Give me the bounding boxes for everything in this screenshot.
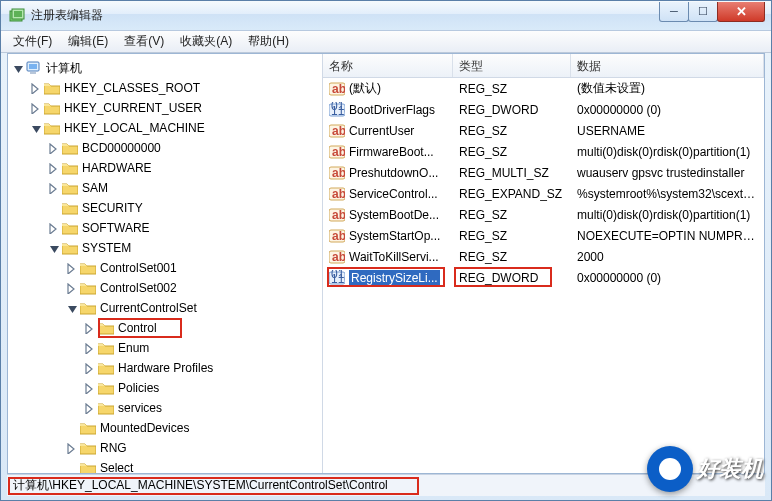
list-row[interactable]: ServiceControl...REG_EXPAND_SZ%systemroo… xyxy=(323,183,764,204)
expand-icon[interactable] xyxy=(84,322,96,334)
collapse-icon[interactable] xyxy=(66,302,78,314)
tree-label: Control xyxy=(118,318,157,338)
list-body: (默认)REG_SZ(数值未设置)BootDriverFlagsREG_DWOR… xyxy=(323,78,764,288)
tree-security[interactable]: SECURITY xyxy=(48,198,322,218)
value-data: multi(0)disk(0)rdisk(0)partition(1) xyxy=(571,208,764,222)
list-row[interactable]: SystemBootDe...REG_SZmulti(0)disk(0)rdis… xyxy=(323,204,764,225)
tree-cs002[interactable]: ControlSet002 xyxy=(66,278,322,298)
column-name[interactable]: 名称 xyxy=(323,54,453,77)
expand-icon[interactable] xyxy=(66,442,78,454)
value-type: REG_SZ xyxy=(453,124,571,138)
value-data: (数值未设置) xyxy=(571,80,764,97)
folder-icon xyxy=(80,281,96,295)
menu-edit[interactable]: 编辑(E) xyxy=(60,31,116,52)
binary-value-icon xyxy=(329,102,345,118)
tree-label: Hardware Profiles xyxy=(118,358,213,378)
maximize-button[interactable]: ☐ xyxy=(688,2,718,22)
tree-enum[interactable]: Enum xyxy=(84,338,322,358)
tree-policies[interactable]: Policies xyxy=(84,378,322,398)
menu-favorites[interactable]: 收藏夹(A) xyxy=(172,31,240,52)
menu-view[interactable]: 查看(V) xyxy=(116,31,172,52)
expand-icon[interactable] xyxy=(84,342,96,354)
folder-icon xyxy=(98,381,114,395)
expand-icon[interactable] xyxy=(66,282,78,294)
value-data: NOEXECUTE=OPTIN NUMPROC xyxy=(571,229,764,243)
tree-label: services xyxy=(118,398,162,418)
tree-bcd[interactable]: BCD00000000 xyxy=(48,138,322,158)
tree-label: BCD00000000 xyxy=(82,138,161,158)
tree-label: SAM xyxy=(82,178,108,198)
list-row[interactable]: WaitToKillServi...REG_SZ2000 xyxy=(323,246,764,267)
list-row[interactable]: CurrentUserREG_SZUSERNAME xyxy=(323,120,764,141)
expand-icon[interactable] xyxy=(30,102,42,114)
collapse-icon[interactable] xyxy=(48,242,60,254)
value-data: 0x00000000 (0) xyxy=(571,103,764,117)
menubar: 文件(F) 编辑(E) 查看(V) 收藏夹(A) 帮助(H) xyxy=(1,31,771,53)
value-name: WaitToKillServi... xyxy=(349,250,439,264)
value-type: REG_SZ xyxy=(453,250,571,264)
tree-label: RNG xyxy=(100,438,127,458)
tree-control[interactable]: Control xyxy=(84,318,322,338)
expand-icon[interactable] xyxy=(66,262,78,274)
value-name: (默认) xyxy=(349,80,381,97)
tree-root[interactable]: 计算机 HKEY_CLASSES_ROOT HKEY_CURRENT_USER … xyxy=(12,58,322,473)
tree-software[interactable]: SOFTWARE xyxy=(48,218,322,238)
tree-label: ControlSet002 xyxy=(100,278,177,298)
list-row[interactable]: SystemStartOp...REG_SZ NOEXECUTE=OPTIN N… xyxy=(323,225,764,246)
menu-help[interactable]: 帮助(H) xyxy=(240,31,297,52)
list-row[interactable]: FirmwareBoot...REG_SZmulti(0)disk(0)rdis… xyxy=(323,141,764,162)
list-row[interactable]: RegistrySizeLi...REG_DWORD0x00000000 (0) xyxy=(323,267,764,288)
tree-label: 计算机 xyxy=(46,58,82,78)
tree-cs001[interactable]: ControlSet001 xyxy=(66,258,322,278)
expand-icon[interactable] xyxy=(48,142,60,154)
computer-icon xyxy=(26,60,42,76)
expand-icon[interactable] xyxy=(30,82,42,94)
tree-pane[interactable]: 计算机 HKEY_CLASSES_ROOT HKEY_CURRENT_USER … xyxy=(8,54,323,473)
list-row[interactable]: (默认)REG_SZ(数值未设置) xyxy=(323,78,764,99)
close-button[interactable]: ✕ xyxy=(717,2,765,22)
titlebar: 注册表编辑器 ─ ☐ ✕ xyxy=(1,1,771,31)
value-type: REG_DWORD xyxy=(453,271,571,285)
app-icon xyxy=(9,8,25,24)
expand-icon[interactable] xyxy=(84,402,96,414)
tree-hardware[interactable]: HARDWARE xyxy=(48,158,322,178)
tree-mounted[interactable]: MountedDevices xyxy=(66,418,322,438)
tree-ccs[interactable]: CurrentControlSet Control Enum Hardware … xyxy=(66,298,322,418)
expand-icon[interactable] xyxy=(84,362,96,374)
tree-label: HKEY_CLASSES_ROOT xyxy=(64,78,200,98)
list-row[interactable]: PreshutdownO...REG_MULTI_SZwuauserv gpsv… xyxy=(323,162,764,183)
expand-icon[interactable] xyxy=(12,62,24,74)
tree-hkcr[interactable]: HKEY_CLASSES_ROOT xyxy=(30,78,322,98)
string-value-icon xyxy=(329,228,345,244)
value-name: BootDriverFlags xyxy=(349,103,435,117)
value-name: ServiceControl... xyxy=(349,187,438,201)
list-row[interactable]: BootDriverFlagsREG_DWORD0x00000000 (0) xyxy=(323,99,764,120)
column-type[interactable]: 类型 xyxy=(453,54,571,77)
expand-icon[interactable] xyxy=(48,162,60,174)
value-data: wuauserv gpsvc trustedinstaller xyxy=(571,166,764,180)
folder-icon xyxy=(62,241,78,255)
tree-hkcu[interactable]: HKEY_CURRENT_USER xyxy=(30,98,322,118)
tree-services[interactable]: services xyxy=(84,398,322,418)
expand-icon[interactable] xyxy=(84,382,96,394)
tree-sam[interactable]: SAM xyxy=(48,178,322,198)
string-value-icon xyxy=(329,144,345,160)
value-data: multi(0)disk(0)rdisk(0)partition(1) xyxy=(571,145,764,159)
tree-system[interactable]: SYSTEM ControlSet001 ControlSet002 Curre… xyxy=(48,238,322,473)
tree-hklm[interactable]: HKEY_LOCAL_MACHINE BCD00000000 HARDWARE … xyxy=(30,118,322,473)
value-name: SystemStartOp... xyxy=(349,229,440,243)
collapse-icon[interactable] xyxy=(30,122,42,134)
minimize-button[interactable]: ─ xyxy=(659,2,689,22)
string-value-icon xyxy=(329,249,345,265)
list-pane[interactable]: 名称 类型 数据 (默认)REG_SZ(数值未设置)BootDriverFlag… xyxy=(323,54,764,473)
tree-rng[interactable]: RNG xyxy=(66,438,322,458)
expand-icon[interactable] xyxy=(48,182,60,194)
tree-select[interactable]: Select xyxy=(66,458,322,473)
menu-file[interactable]: 文件(F) xyxy=(5,31,60,52)
expand-icon[interactable] xyxy=(48,222,60,234)
list-header: 名称 类型 数据 xyxy=(323,54,764,78)
column-data[interactable]: 数据 xyxy=(571,54,764,77)
tree-label: CurrentControlSet xyxy=(100,298,197,318)
tree-label: SYSTEM xyxy=(82,238,131,258)
tree-hwprof[interactable]: Hardware Profiles xyxy=(84,358,322,378)
